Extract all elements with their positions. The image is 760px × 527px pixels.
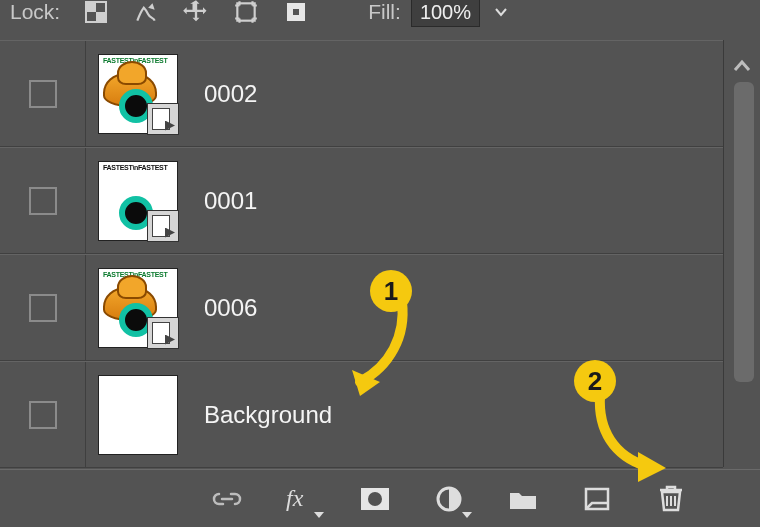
layer-thumbnail[interactable] [98,375,178,455]
dropdown-triangle-icon [462,512,472,518]
visibility-toggle-icon[interactable] [29,294,57,322]
layer-row[interactable]: FASTEST\nFASTEST 0006 [0,254,723,361]
visibility-column[interactable] [0,148,86,253]
group-icon[interactable] [506,482,540,516]
layer-thumbnail[interactable]: FASTEST\nFASTEST [98,268,178,348]
lock-image-pixels-icon[interactable] [132,0,160,26]
lock-transparent-pixels-icon[interactable] [82,0,110,26]
visibility-column[interactable] [0,41,86,146]
visibility-toggle-icon[interactable] [29,80,57,108]
visibility-column[interactable] [0,362,86,467]
visibility-toggle-icon[interactable] [29,401,57,429]
visibility-column[interactable] [0,255,86,360]
layer-name-label[interactable]: 0006 [204,294,257,322]
fill-dropdown-chevron-icon[interactable] [490,1,512,23]
lock-icons-group [82,0,310,26]
svg-text:fx: fx [286,486,304,511]
lock-artboard-icon[interactable] [232,0,260,26]
dropdown-triangle-icon [314,512,324,518]
fill-value-field[interactable]: 100% [411,0,480,27]
layer-row[interactable]: FASTEST\nFASTEST 0001 [0,147,723,254]
scrollbar-track[interactable] [734,82,754,382]
svg-rect-5 [293,9,299,15]
smart-object-badge-icon [147,103,179,135]
layers-panel-list: FASTEST\nFASTEST 0002 FASTEST\nFASTEST 0… [0,40,724,467]
annotation-callout-1: 1 [370,270,412,312]
fill-label: Fill: [368,0,401,24]
layer-name-label[interactable]: 0001 [204,187,257,215]
smart-object-badge-icon [147,210,179,242]
annotation-callout-2: 2 [574,360,616,402]
lock-label: Lock: [10,0,60,24]
lock-position-icon[interactable] [182,0,210,26]
svg-point-8 [368,492,382,506]
lock-fill-row: Lock: Fill: 100% [0,0,760,30]
smart-object-badge-icon [147,317,179,349]
fill-group: Fill: 100% [368,0,512,27]
layer-fx-icon[interactable]: fx [284,482,318,516]
layer-row[interactable]: FASTEST\nFASTEST 0002 [0,40,723,147]
svg-rect-3 [238,3,255,20]
svg-rect-1 [86,2,96,12]
layers-bottom-toolbar: fx [0,469,760,527]
new-layer-icon[interactable] [580,482,614,516]
scroll-up-icon[interactable] [730,54,754,78]
layer-name-label[interactable]: Background [204,401,332,429]
svg-rect-2 [96,12,106,22]
lock-all-icon[interactable] [282,0,310,26]
layer-thumbnail[interactable]: FASTEST\nFASTEST [98,54,178,134]
adjustment-layer-icon[interactable] [432,482,466,516]
link-layers-icon[interactable] [210,482,244,516]
layer-mask-icon[interactable] [358,482,392,516]
layer-thumbnail[interactable]: FASTEST\nFASTEST [98,161,178,241]
visibility-toggle-icon[interactable] [29,187,57,215]
delete-layer-trash-icon[interactable] [654,482,688,516]
layer-name-label[interactable]: 0002 [204,80,257,108]
